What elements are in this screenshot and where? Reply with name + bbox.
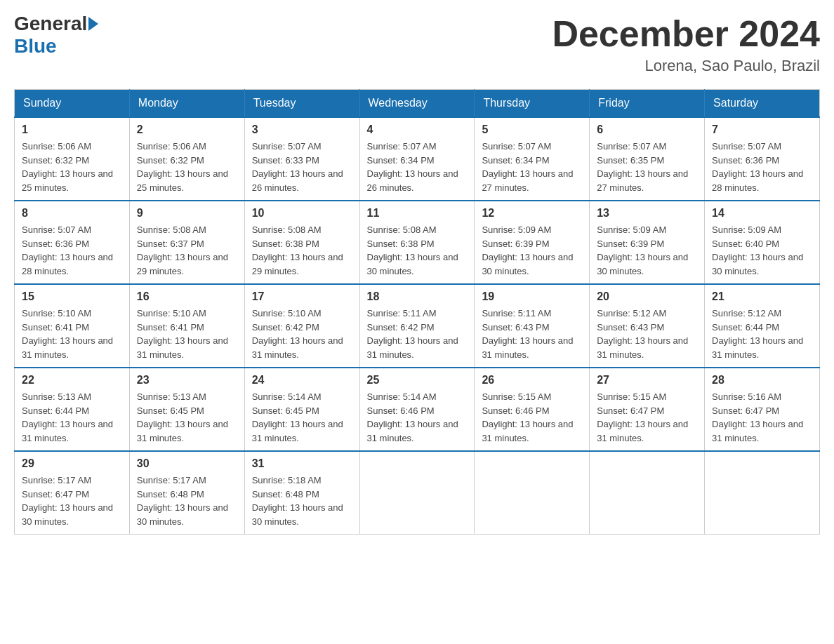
day-number: 29: [22, 457, 122, 470]
day-number: 8: [22, 207, 122, 220]
table-row: 27Sunrise: 5:15 AMSunset: 6:47 PMDayligh…: [590, 368, 705, 451]
day-number: 14: [712, 207, 812, 220]
day-info: Sunrise: 5:17 AMSunset: 6:48 PMDaylight:…: [137, 474, 237, 528]
table-row: 28Sunrise: 5:16 AMSunset: 6:47 PMDayligh…: [705, 368, 820, 451]
table-row: 20Sunrise: 5:12 AMSunset: 6:43 PMDayligh…: [590, 284, 705, 368]
day-number: 13: [597, 207, 697, 220]
day-info: Sunrise: 5:11 AMSunset: 6:42 PMDaylight:…: [367, 307, 468, 361]
col-friday: Friday: [590, 90, 705, 118]
day-info: Sunrise: 5:06 AMSunset: 6:32 PMDaylight:…: [22, 140, 122, 194]
day-number: 7: [712, 123, 812, 136]
day-info: Sunrise: 5:10 AMSunset: 6:41 PMDaylight:…: [137, 307, 237, 361]
day-number: 18: [367, 290, 468, 303]
logo-arrow-icon: [88, 17, 98, 31]
table-row: 30Sunrise: 5:17 AMSunset: 6:48 PMDayligh…: [129, 451, 244, 535]
day-info: Sunrise: 5:08 AMSunset: 6:37 PMDaylight:…: [137, 223, 237, 278]
col-thursday: Thursday: [475, 90, 590, 118]
col-sunday: Sunday: [15, 90, 130, 118]
table-row: 10Sunrise: 5:08 AMSunset: 6:38 PMDayligh…: [244, 201, 359, 284]
table-row: [705, 451, 820, 535]
day-info: Sunrise: 5:12 AMSunset: 6:44 PMDaylight:…: [712, 307, 812, 361]
table-row: 4Sunrise: 5:07 AMSunset: 6:34 PMDaylight…: [359, 117, 475, 201]
table-row: 24Sunrise: 5:14 AMSunset: 6:45 PMDayligh…: [244, 368, 359, 451]
day-number: 31: [252, 457, 352, 470]
day-info: Sunrise: 5:07 AMSunset: 6:34 PMDaylight:…: [367, 140, 468, 194]
day-number: 20: [597, 290, 697, 303]
table-row: 18Sunrise: 5:11 AMSunset: 6:42 PMDayligh…: [359, 284, 475, 368]
table-row: 26Sunrise: 5:15 AMSunset: 6:46 PMDayligh…: [475, 368, 590, 451]
logo-blue-text: Blue: [14, 35, 57, 58]
table-row: [475, 451, 590, 535]
day-number: 5: [482, 123, 582, 136]
table-row: 3Sunrise: 5:07 AMSunset: 6:33 PMDaylight…: [244, 117, 359, 201]
table-row: 12Sunrise: 5:09 AMSunset: 6:39 PMDayligh…: [475, 201, 590, 284]
table-row: 5Sunrise: 5:07 AMSunset: 6:34 PMDaylight…: [475, 117, 590, 201]
month-title: December 2024: [552, 14, 820, 54]
table-row: 1Sunrise: 5:06 AMSunset: 6:32 PMDaylight…: [15, 117, 130, 201]
day-number: 30: [137, 457, 237, 470]
table-row: [590, 451, 705, 535]
day-info: Sunrise: 5:16 AMSunset: 6:47 PMDaylight:…: [712, 390, 812, 445]
calendar-week-row: 8Sunrise: 5:07 AMSunset: 6:36 PMDaylight…: [15, 201, 820, 284]
logo: General Blue: [14, 14, 98, 58]
day-number: 19: [482, 290, 582, 303]
day-info: Sunrise: 5:11 AMSunset: 6:43 PMDaylight:…: [482, 307, 582, 361]
day-number: 23: [137, 374, 237, 387]
table-row: 31Sunrise: 5:18 AMSunset: 6:48 PMDayligh…: [244, 451, 359, 535]
day-number: 10: [252, 207, 352, 220]
table-row: 25Sunrise: 5:14 AMSunset: 6:46 PMDayligh…: [359, 368, 475, 451]
day-number: 22: [22, 374, 122, 387]
day-number: 11: [367, 207, 468, 220]
col-monday: Monday: [129, 90, 244, 118]
day-info: Sunrise: 5:07 AMSunset: 6:35 PMDaylight:…: [597, 140, 697, 194]
table-row: 6Sunrise: 5:07 AMSunset: 6:35 PMDaylight…: [590, 117, 705, 201]
table-row: 2Sunrise: 5:06 AMSunset: 6:32 PMDaylight…: [129, 117, 244, 201]
table-row: 21Sunrise: 5:12 AMSunset: 6:44 PMDayligh…: [705, 284, 820, 368]
table-row: 14Sunrise: 5:09 AMSunset: 6:40 PMDayligh…: [705, 201, 820, 284]
location-subtitle: Lorena, Sao Paulo, Brazil: [552, 57, 820, 75]
day-info: Sunrise: 5:10 AMSunset: 6:41 PMDaylight:…: [22, 307, 122, 361]
day-info: Sunrise: 5:13 AMSunset: 6:45 PMDaylight:…: [137, 390, 237, 445]
day-info: Sunrise: 5:06 AMSunset: 6:32 PMDaylight:…: [137, 140, 237, 194]
day-number: 3: [252, 123, 352, 136]
day-number: 24: [252, 374, 352, 387]
table-row: 7Sunrise: 5:07 AMSunset: 6:36 PMDaylight…: [705, 117, 820, 201]
day-info: Sunrise: 5:09 AMSunset: 6:39 PMDaylight:…: [597, 223, 697, 278]
table-row: [359, 451, 475, 535]
day-info: Sunrise: 5:13 AMSunset: 6:44 PMDaylight:…: [22, 390, 122, 445]
day-number: 2: [137, 123, 237, 136]
day-info: Sunrise: 5:08 AMSunset: 6:38 PMDaylight:…: [252, 223, 352, 278]
day-number: 1: [22, 123, 122, 136]
calendar-table: Sunday Monday Tuesday Wednesday Thursday…: [14, 89, 820, 535]
calendar-week-row: 29Sunrise: 5:17 AMSunset: 6:47 PMDayligh…: [15, 451, 820, 535]
day-number: 6: [597, 123, 697, 136]
calendar-week-row: 15Sunrise: 5:10 AMSunset: 6:41 PMDayligh…: [15, 284, 820, 368]
day-info: Sunrise: 5:17 AMSunset: 6:47 PMDaylight:…: [22, 474, 122, 528]
day-info: Sunrise: 5:14 AMSunset: 6:46 PMDaylight:…: [367, 390, 468, 445]
day-number: 4: [367, 123, 468, 136]
table-row: 17Sunrise: 5:10 AMSunset: 6:42 PMDayligh…: [244, 284, 359, 368]
day-info: Sunrise: 5:18 AMSunset: 6:48 PMDaylight:…: [252, 474, 352, 528]
table-row: 11Sunrise: 5:08 AMSunset: 6:38 PMDayligh…: [359, 201, 475, 284]
day-number: 16: [137, 290, 237, 303]
day-number: 17: [252, 290, 352, 303]
calendar-week-row: 1Sunrise: 5:06 AMSunset: 6:32 PMDaylight…: [15, 117, 820, 201]
day-info: Sunrise: 5:07 AMSunset: 6:36 PMDaylight:…: [22, 223, 122, 278]
col-tuesday: Tuesday: [244, 90, 359, 118]
table-row: 8Sunrise: 5:07 AMSunset: 6:36 PMDaylight…: [15, 201, 130, 284]
day-number: 28: [712, 374, 812, 387]
page-header: General Blue December 2024 Lorena, Sao P…: [14, 14, 820, 75]
col-wednesday: Wednesday: [359, 90, 475, 118]
calendar-week-row: 22Sunrise: 5:13 AMSunset: 6:44 PMDayligh…: [15, 368, 820, 451]
day-number: 12: [482, 207, 582, 220]
col-saturday: Saturday: [705, 90, 820, 118]
day-number: 15: [22, 290, 122, 303]
day-info: Sunrise: 5:09 AMSunset: 6:40 PMDaylight:…: [712, 223, 812, 278]
day-info: Sunrise: 5:09 AMSunset: 6:39 PMDaylight:…: [482, 223, 582, 278]
table-row: 13Sunrise: 5:09 AMSunset: 6:39 PMDayligh…: [590, 201, 705, 284]
table-row: 19Sunrise: 5:11 AMSunset: 6:43 PMDayligh…: [475, 284, 590, 368]
table-row: 16Sunrise: 5:10 AMSunset: 6:41 PMDayligh…: [129, 284, 244, 368]
day-number: 9: [137, 207, 237, 220]
table-row: 15Sunrise: 5:10 AMSunset: 6:41 PMDayligh…: [15, 284, 130, 368]
day-number: 21: [712, 290, 812, 303]
